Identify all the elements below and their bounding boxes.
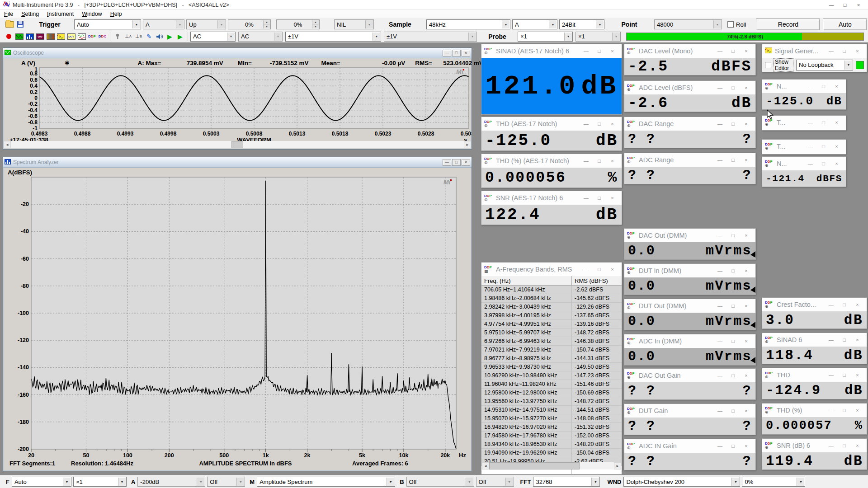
menu-item-help[interactable]: Help: [106, 11, 126, 17]
maximize-icon[interactable]: □: [726, 303, 740, 309]
dropdown-arrow-icon[interactable]: ▼: [468, 33, 476, 41]
close-icon[interactable]: ×: [606, 48, 619, 54]
minimize-icon[interactable]: —: [804, 84, 817, 89]
ddc-panel-button[interactable]: DDC: [97, 32, 108, 41]
frequency-bands-titlebar[interactable]: DDP▦ A-Frequency Bands, RMS — □ ×: [481, 263, 622, 276]
probe-pen-button[interactable]: ✎: [144, 32, 154, 41]
titlebar[interactable]: Multi-Instrument Pro 3.9 - [+3DP+DLG+LCR…: [0, 0, 868, 10]
meter-titlebar[interactable]: DDP⊕T...—□×: [762, 140, 846, 153]
spin-up-icon[interactable]: ▲: [264, 20, 270, 25]
meter-titlebar[interactable]: DDP⊕THD (%)—□×: [762, 404, 867, 417]
window-function-select[interactable]: Dolph-Chebyshev 200▼: [623, 477, 740, 487]
show-editor-checkbox[interactable]: [765, 62, 771, 68]
minimize-icon[interactable]: —: [825, 372, 838, 378]
ground-b-button[interactable]: ⊥B: [133, 32, 144, 41]
minimize-icon[interactable]: —: [713, 443, 726, 449]
range-a-select[interactable]: ±1V▼: [285, 32, 381, 42]
dropdown-arrow-icon[interactable]: ▼: [612, 33, 620, 41]
close-icon[interactable]: ×: [830, 120, 843, 125]
close-icon[interactable]: ×: [740, 338, 753, 344]
close-icon[interactable]: ×: [851, 372, 864, 378]
dropdown-arrow-icon[interactable]: ▼: [797, 478, 804, 486]
close-icon[interactable]: ×: [851, 408, 864, 413]
dropdown-arrow-icon[interactable]: ▼: [373, 33, 380, 41]
close-icon[interactable]: ×: [740, 121, 753, 127]
meter-titlebar[interactable]: DDP⊕DUT Gain—□×: [624, 404, 755, 418]
b-range-select[interactable]: Off▼: [406, 477, 474, 487]
minimize-icon[interactable]: —: [580, 267, 593, 272]
dropdown-arrow-icon[interactable]: ▼: [564, 33, 572, 41]
probe-calibration-button[interactable]: [113, 32, 123, 41]
column-header-rms[interactable]: RMS (dBFS): [572, 276, 622, 285]
meter-titlebar[interactable]: DDP⊕THD (AES-17 Notch)—□×: [481, 117, 622, 131]
maximize-icon[interactable]: □: [593, 158, 606, 164]
dropdown-arrow-icon[interactable]: ▼: [731, 478, 739, 486]
meter-titlebar[interactable]: DDP⊕ADC Level (dBFS)—□×: [624, 81, 755, 94]
ground-a-button[interactable]: ⊥A: [123, 32, 133, 41]
meter-titlebar[interactable]: DDP⊕ADC In (DMM)—□×: [624, 334, 755, 348]
minimize-icon[interactable]: —: [713, 233, 726, 238]
spinner-arrows[interactable]: ▲▼: [312, 20, 319, 28]
spectrum-analyzer-button[interactable]: [24, 32, 35, 41]
meter-titlebar[interactable]: DDP⊕N...—□×: [762, 157, 846, 170]
close-icon[interactable]: ×: [830, 84, 843, 89]
freq-axis-select[interactable]: Auto▼: [12, 477, 71, 487]
trigger-edge-select[interactable]: Up▼: [186, 19, 226, 29]
probe-a-select[interactable]: ×1▼: [518, 32, 573, 42]
minimize-icon[interactable]: —: [804, 144, 817, 149]
meter-titlebar[interactable]: DDP⊕ADC Range—□×: [624, 153, 755, 167]
dropdown-arrow-icon[interactable]: ▼: [197, 478, 204, 486]
maximize-icon[interactable]: □: [726, 233, 740, 238]
dropdown-arrow-icon[interactable]: ▼: [713, 20, 721, 28]
maximize-icon[interactable]: □: [452, 159, 461, 166]
minimize-icon[interactable]: —: [825, 408, 838, 413]
close-icon[interactable]: ×: [606, 121, 619, 127]
close-icon[interactable]: ×: [740, 157, 753, 163]
scrollbar-track[interactable]: [11, 141, 464, 148]
scroll-right-icon[interactable]: ►: [464, 141, 471, 148]
maximize-icon[interactable]: □: [593, 267, 606, 272]
trigger-delay-stepper[interactable]: 0%▲▼: [276, 19, 320, 29]
save-button[interactable]: [15, 20, 25, 29]
maximize-icon[interactable]: □: [726, 338, 740, 344]
trigger-source-select[interactable]: A▼: [143, 19, 184, 29]
maximize-icon[interactable]: □: [593, 121, 606, 127]
spectrum-3d-button[interactable]: [45, 32, 56, 41]
close-icon[interactable]: ×: [740, 85, 753, 90]
signal-generator-titlebar[interactable]: Signal Gener... — □ ×: [762, 44, 867, 58]
roll-checkbox-group[interactable]: Roll: [727, 21, 746, 28]
menu-item-window[interactable]: Window: [78, 11, 106, 17]
close-icon[interactable]: ×: [462, 50, 470, 56]
scrollbar-thumb[interactable]: [231, 141, 243, 148]
minimize-icon[interactable]: —: [580, 121, 593, 127]
coupling-a-select[interactable]: AC▼: [190, 32, 236, 42]
multimeter-button[interactable]: 000: [35, 32, 45, 41]
dropdown-arrow-icon[interactable]: ▼: [596, 20, 604, 28]
b-shift-select[interactable]: Off▼: [476, 477, 514, 487]
maximize-icon[interactable]: □: [593, 48, 606, 54]
device-test-plan-button[interactable]: DUT: [66, 32, 76, 41]
meter-titlebar[interactable]: DDP⊕DAC Out Gain—□×: [624, 369, 755, 382]
minimize-icon[interactable]: —: [804, 161, 817, 166]
maximize-icon[interactable]: □: [838, 443, 851, 448]
minimize-icon[interactable]: —: [713, 373, 726, 378]
dropdown-arrow-icon[interactable]: ▼: [591, 478, 599, 486]
sampling-channel-select[interactable]: A▼: [512, 19, 557, 29]
menu-item-instrument[interactable]: Instrument: [43, 11, 78, 17]
meter-titlebar[interactable]: DDP⊕Crest Facto...—□×: [762, 298, 867, 311]
maximize-icon[interactable]: □: [726, 121, 740, 127]
trigger-level-stepper[interactable]: 0%▲▼: [228, 19, 271, 29]
maximize-icon[interactable]: □: [726, 443, 740, 449]
roll-checkbox[interactable]: [727, 21, 734, 28]
maximize-icon[interactable]: □: [726, 157, 740, 163]
bit-depth-select[interactable]: 24Bit▼: [559, 19, 604, 29]
menu-item-file[interactable]: File: [0, 11, 17, 17]
meter-titlebar[interactable]: DDP⊕N...—□×: [762, 80, 846, 93]
close-icon[interactable]: ×: [830, 161, 843, 166]
menu-item-setting[interactable]: Setting: [17, 11, 43, 17]
scrollbar-thumb[interactable]: [489, 462, 580, 469]
spin-down-icon[interactable]: ▼: [312, 25, 319, 29]
close-icon[interactable]: ×: [851, 48, 864, 54]
dropdown-arrow-icon[interactable]: ▼: [365, 20, 373, 28]
spin-up-icon[interactable]: ▲: [312, 20, 319, 25]
